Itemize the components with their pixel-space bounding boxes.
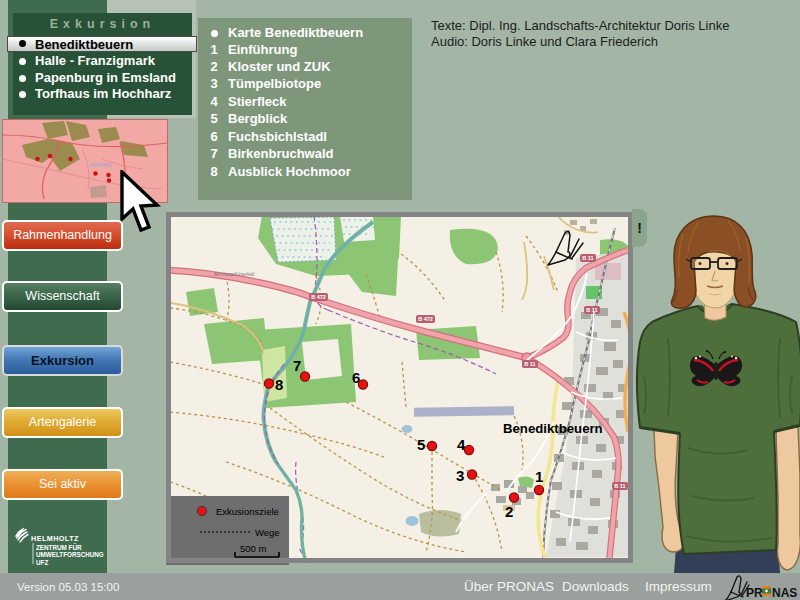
svg-text:2: 2 bbox=[505, 503, 513, 520]
svg-text:5: 5 bbox=[417, 436, 425, 453]
svg-text:B 472: B 472 bbox=[311, 294, 326, 300]
svg-text:UFZ: UFZ bbox=[36, 559, 48, 566]
svg-text:3: 3 bbox=[456, 467, 464, 484]
svg-text:B 11: B 11 bbox=[524, 361, 535, 367]
svg-text:B 11: B 11 bbox=[582, 255, 593, 261]
svg-text:8: 8 bbox=[275, 376, 283, 393]
svg-text:Bernhaupt/Unterfeld: Bernhaupt/Unterfeld bbox=[214, 272, 255, 277]
svg-text:B 11: B 11 bbox=[614, 483, 625, 489]
svg-text:NAS: NAS bbox=[772, 586, 797, 600]
svg-text:ZENTRUM FÜR: ZENTRUM FÜR bbox=[36, 543, 82, 551]
svg-text:PR: PR bbox=[746, 586, 763, 600]
svg-text:500 m: 500 m bbox=[240, 543, 266, 554]
svg-text:B 11: B 11 bbox=[586, 307, 597, 313]
svg-text:Benediktbeuern: Benediktbeuern bbox=[503, 421, 603, 436]
svg-text:B 472: B 472 bbox=[418, 316, 433, 322]
svg-text:1: 1 bbox=[535, 468, 543, 485]
svg-text:UMWELTFORSCHUNG: UMWELTFORSCHUNG bbox=[36, 551, 104, 558]
svg-text:7: 7 bbox=[293, 357, 301, 374]
svg-text:Wege: Wege bbox=[255, 527, 280, 538]
svg-text:Exkusionsziele: Exkusionsziele bbox=[216, 506, 279, 517]
svg-text:HELMHOLTZ: HELMHOLTZ bbox=[31, 534, 79, 543]
